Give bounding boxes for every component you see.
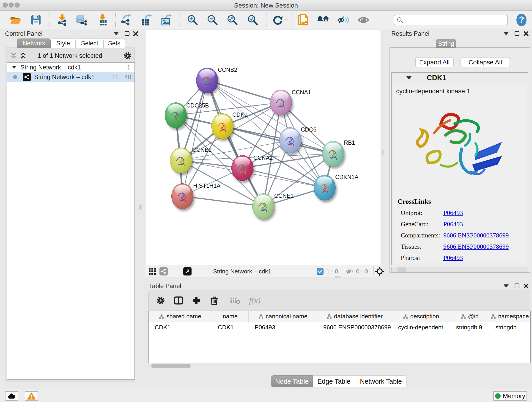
node-entry-header[interactable]: CDK1 xyxy=(392,73,528,83)
float-panel-icon[interactable] xyxy=(114,32,119,35)
delete-table-icon[interactable] xyxy=(229,294,241,306)
entry-collapse-icon[interactable] xyxy=(406,76,412,80)
renderer-share-icon[interactable] xyxy=(159,267,168,276)
import-table-file-button[interactable] xyxy=(96,14,108,26)
left-splitter-handle[interactable] xyxy=(139,204,142,210)
table-cell[interactable]: stringdb xyxy=(489,322,530,332)
table-options-gear-icon[interactable] xyxy=(155,294,167,306)
export-image-button[interactable] xyxy=(160,14,172,26)
table-horizontal-scrollbar[interactable] xyxy=(151,364,191,368)
tab-node-table[interactable]: Node Table xyxy=(271,375,313,387)
maximize-panel-icon[interactable] xyxy=(125,31,129,36)
warning-status-button[interactable] xyxy=(25,391,38,401)
node-CCNA2[interactable] xyxy=(231,155,253,181)
hidden-eye-slash-icon[interactable] xyxy=(346,267,354,276)
crosslink-link[interactable]: P06493 xyxy=(443,209,463,217)
create-column-plus-icon[interactable] xyxy=(190,294,202,306)
crosshair-icon[interactable] xyxy=(375,267,385,276)
export-table-button[interactable] xyxy=(140,14,152,26)
tab-sets[interactable]: Sets xyxy=(104,38,125,48)
column-header-shared-name[interactable]: shared name xyxy=(149,311,212,322)
collection-expand-icon[interactable] xyxy=(12,66,16,69)
column-header-database-identifier[interactable]: database identifier xyxy=(317,311,392,322)
table-cell[interactable]: stringdb:9... xyxy=(450,322,489,332)
close-panel-icon[interactable] xyxy=(523,31,529,36)
bottom-splitter-handle[interactable] xyxy=(335,276,341,278)
node-HIST1H1A[interactable] xyxy=(171,183,193,209)
table-cell[interactable]: P06493 xyxy=(249,322,317,332)
node-CCNA1[interactable] xyxy=(270,89,292,115)
string-home-button[interactable] xyxy=(317,14,329,26)
tab-style[interactable]: Style xyxy=(51,38,76,48)
column-header-name[interactable]: name xyxy=(212,311,249,322)
crosslink-link[interactable]: 9606.ENSP00000378699 xyxy=(443,243,509,250)
show-hide-button[interactable] xyxy=(357,14,369,26)
network-row[interactable]: String Network – cdk1 11 48 xyxy=(7,72,134,82)
expand-all-button[interactable]: Expand All xyxy=(415,57,454,67)
tab-edge-table[interactable]: Edge Table xyxy=(313,375,355,387)
node-CDC25B[interactable] xyxy=(165,102,187,128)
crosslink-link[interactable]: P06493 xyxy=(443,220,463,228)
node-RB1[interactable] xyxy=(322,141,344,167)
node-CCNE1[interactable] xyxy=(252,193,274,219)
show-columns-icon[interactable] xyxy=(172,294,184,306)
delete-column-trash-icon[interactable] xyxy=(208,294,220,306)
cloud-status-button[interactable] xyxy=(5,391,18,401)
column-header-namespace[interactable]: namespace xyxy=(489,311,530,322)
network-options-gear-icon[interactable] xyxy=(123,51,132,60)
string-protein-query-button[interactable] xyxy=(297,14,309,26)
tab-string[interactable]: String xyxy=(436,39,456,48)
zoom-selected-button[interactable] xyxy=(247,14,259,26)
memory-button[interactable]: Memory xyxy=(493,391,527,401)
float-panel-icon[interactable] xyxy=(504,284,509,288)
birds-eye-view-icon[interactable] xyxy=(183,267,191,276)
maximize-panel-icon[interactable] xyxy=(515,31,519,36)
results-scrollbar[interactable] xyxy=(391,267,528,272)
tab-network-table[interactable]: Network Table xyxy=(355,375,407,387)
close-panel-icon[interactable] xyxy=(133,31,138,36)
node-CCNB2[interactable] xyxy=(196,68,218,93)
crosslink-link[interactable]: 9606.ENSP00000378699 xyxy=(443,232,509,239)
selected-checkbox-icon[interactable] xyxy=(317,267,323,276)
table-cell[interactable]: 9606.ENSP00000378699 xyxy=(317,322,392,332)
maximize-panel-icon[interactable] xyxy=(515,283,519,288)
close-panel-icon[interactable] xyxy=(523,283,529,289)
edge-HIST1H1A-CCNE1[interactable] xyxy=(182,196,263,206)
refresh-button[interactable] xyxy=(272,14,284,26)
results-scrollbar-thumb[interactable] xyxy=(398,268,406,272)
network-collection-row[interactable]: String Network – cdk1 1 xyxy=(7,63,134,72)
function-builder-button[interactable]: f(x) xyxy=(249,294,260,306)
node-CDC6[interactable] xyxy=(279,128,301,153)
help-button[interactable]: ? xyxy=(515,14,527,26)
right-splitter-handle[interactable] xyxy=(382,150,384,155)
node-CDK1[interactable] xyxy=(211,114,234,139)
table-row[interactable]: CDK1CDK1P064939606.ENSP00000378699cyclin… xyxy=(149,322,530,332)
node-CDKN1A[interactable] xyxy=(314,175,336,201)
zoom-out-button[interactable] xyxy=(206,14,218,26)
column-header-canonical-name[interactable]: canonical name xyxy=(249,311,317,322)
crosslink-link[interactable]: P06493 xyxy=(443,254,463,262)
zoom-fit-button[interactable] xyxy=(226,14,238,26)
float-panel-icon[interactable] xyxy=(504,32,509,35)
export-network-button[interactable] xyxy=(120,14,132,26)
table-cell[interactable]: cyclin-dependent ... xyxy=(392,322,450,332)
tab-select[interactable]: Select xyxy=(76,38,104,48)
edge-CCNB2-HIST1H1A[interactable] xyxy=(182,80,207,196)
tab-network[interactable]: Network xyxy=(17,38,51,48)
enhance-visuals-button[interactable] xyxy=(337,14,349,26)
collapse-all-button[interactable]: Collapse All xyxy=(461,57,510,67)
save-session-button[interactable] xyxy=(30,14,42,26)
node-CCNB1[interactable] xyxy=(170,148,192,173)
network-canvas[interactable]: CCNB2CCNA1CDC25BCDK1CDC6RB1CCNB1CCNA2CDK… xyxy=(145,30,381,265)
edge-CCNB2-CCNA1[interactable] xyxy=(207,80,281,102)
import-network-database-button[interactable] xyxy=(75,14,87,26)
open-session-button[interactable] xyxy=(10,14,22,26)
zoom-in-button[interactable] xyxy=(186,14,198,26)
column-header-description[interactable]: description xyxy=(392,311,450,322)
table-cell[interactable]: CDK1 xyxy=(149,322,212,332)
search-input[interactable] xyxy=(405,17,507,24)
column-header--id[interactable]: @id xyxy=(450,311,489,322)
renderer-grid-icon[interactable] xyxy=(148,267,156,276)
import-network-file-button[interactable] xyxy=(56,14,68,26)
table-cell[interactable]: CDK1 xyxy=(212,322,249,332)
